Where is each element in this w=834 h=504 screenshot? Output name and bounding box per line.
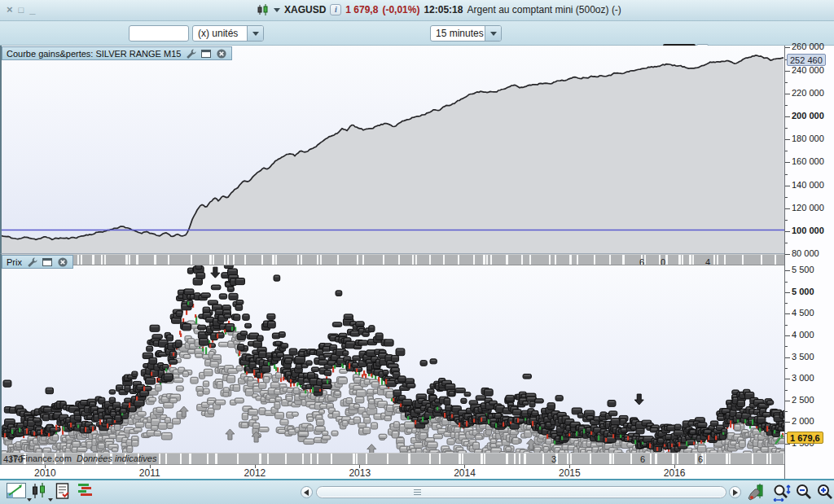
zoom-out-button[interactable] [795, 484, 813, 504]
orders-report-button[interactable] [55, 483, 70, 502]
axis-tick [785, 254, 790, 255]
band-slit [412, 255, 414, 265]
band-slit [337, 255, 339, 265]
band-slit [165, 454, 167, 464]
scrollbar-thumb[interactable] [318, 488, 725, 497]
axis-tick [785, 197, 788, 198]
band-slit [317, 255, 318, 265]
band-digit-fragment: 6 [639, 257, 644, 265]
band-slit [594, 255, 595, 265]
zoom-in-button[interactable] [816, 484, 834, 504]
band-slit [310, 454, 312, 464]
close-icon[interactable] [57, 256, 68, 268]
band-slit [191, 255, 192, 265]
price-chart[interactable] [2, 254, 784, 465]
band-slit [159, 454, 160, 464]
axis-tick [785, 82, 788, 83]
band-slit [104, 255, 106, 265]
price-current-value-badge: 1 679,6 [787, 432, 823, 444]
axis-tick [785, 174, 788, 175]
band-slit [297, 255, 299, 265]
axis-label: 140 000 [792, 180, 824, 190]
band-slit [439, 454, 441, 464]
axis-label: 260 000 [792, 42, 824, 51]
band-slit [609, 255, 611, 265]
axis-label: 3 500 [792, 352, 814, 362]
chevron-down-icon[interactable] [485, 26, 501, 41]
band-slit [542, 454, 544, 464]
axis-tick [785, 379, 790, 379]
band-slit [81, 255, 82, 265]
axis-tick [785, 401, 790, 401]
market-depth-icon [78, 483, 94, 497]
window-minimize-icon[interactable]: _ [29, 4, 35, 15]
quantity-stepper [129, 25, 189, 42]
detach-window-icon[interactable] [42, 256, 53, 268]
band-slit [129, 255, 130, 265]
band-slit [655, 454, 657, 464]
band-slit [752, 454, 753, 464]
axis-tick [785, 220, 788, 221]
price-panel-title: Prix [7, 257, 22, 267]
wrench-icon[interactable] [26, 256, 37, 268]
scrollbar-grip[interactable] [414, 489, 421, 495]
window-maximize-icon[interactable]: □ [19, 4, 24, 15]
band-slit [207, 454, 208, 464]
axis-label: 80 000 [792, 248, 819, 258]
band-slit [682, 255, 683, 265]
axis-label: 4 000 [792, 330, 814, 340]
axis-label: 200 000 [792, 111, 824, 121]
band-slit [770, 454, 771, 464]
adjust-scale-button[interactable] [748, 484, 766, 504]
band-slit [320, 255, 322, 265]
price-scale[interactable]: 252 460 1 679,6 260 000240 000220 000200… [784, 46, 834, 479]
axis-tick [785, 208, 790, 209]
wrench-icon[interactable] [185, 48, 196, 59]
instrument-dropdown-icon[interactable] [274, 8, 280, 12]
main-toolbar: (x) unités 15 minutes [0, 21, 834, 46]
axis-tick [785, 411, 788, 412]
band-slit [357, 255, 358, 265]
window-close-icon[interactable]: × [7, 4, 13, 15]
chevron-down-icon[interactable] [247, 26, 263, 41]
timeframe-select[interactable]: 15 minutes [430, 25, 502, 42]
band-slit [724, 255, 726, 265]
market-depth-button[interactable] [78, 483, 94, 500]
candlestick-icon [257, 3, 270, 16]
band-slit [677, 454, 678, 464]
band-slit [366, 454, 367, 464]
draw-trendline-button[interactable] [7, 483, 26, 502]
band-slit [567, 454, 568, 464]
scroll-right-button[interactable] [729, 486, 741, 498]
time-scale[interactable]: 2010201120122013201420152016 [0, 465, 784, 479]
equity-curve-chart[interactable] [2, 46, 784, 254]
axis-tick [785, 94, 790, 94]
time-scrollbar[interactable] [316, 486, 726, 498]
detach-window-icon[interactable] [200, 48, 212, 59]
band-slit [713, 255, 715, 265]
unit-select[interactable]: (x) unités [192, 25, 264, 42]
time-axis-label: 2012 [244, 467, 266, 479]
band-slit [570, 454, 572, 464]
axis-tick [785, 116, 790, 117]
band-slit [356, 454, 358, 464]
chart-area: Courbe gains&pertes: SILVER RANGE M15 60… [0, 46, 834, 479]
axis-label: 5 000 [792, 287, 814, 296]
info-icon[interactable]: i [330, 4, 341, 15]
band-slit [729, 454, 731, 464]
axis-tick [785, 139, 790, 140]
band-slit [458, 255, 459, 265]
band-slit [213, 255, 214, 265]
band-slit [77, 255, 79, 265]
band-slit [408, 454, 410, 464]
axis-label: 100 000 [792, 226, 824, 235]
zoom-fit-button[interactable] [772, 484, 792, 504]
scroll-left-button[interactable] [301, 486, 313, 498]
display-mode-button[interactable] [31, 483, 47, 502]
bottom-toolbar [0, 480, 834, 504]
axis-label: 180 000 [792, 134, 824, 143]
axis-label: 2 500 [792, 395, 814, 405]
band-slit [92, 255, 94, 265]
trading-window: × □ _ XAGUSD i 1 679,8 (-0,01%) 12:05:18… [0, 0, 834, 504]
close-icon[interactable] [216, 48, 227, 59]
